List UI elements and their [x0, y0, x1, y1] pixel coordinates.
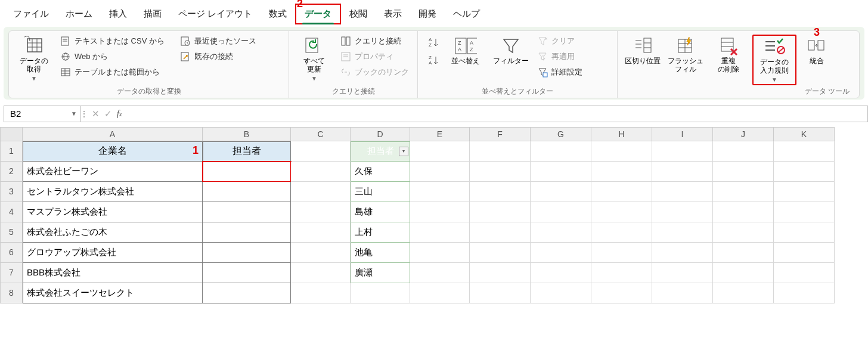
row-header[interactable]: 6	[0, 243, 23, 263]
cell-F7[interactable]	[470, 263, 531, 283]
flash-fill-button[interactable]: フラッシュ フィル	[666, 35, 705, 75]
name-box[interactable]: B2 ▼	[4, 106, 81, 122]
cell-D4[interactable]: 島雄	[351, 202, 410, 222]
cell-G8[interactable]	[531, 283, 591, 303]
cell-G1[interactable]	[531, 141, 591, 162]
cell-I2[interactable]	[652, 162, 713, 182]
select-all-corner[interactable]	[0, 127, 23, 141]
cell-B7[interactable]	[203, 263, 291, 283]
consolidate-button[interactable]: 統合	[801, 35, 832, 67]
tab-draw[interactable]: 描画	[135, 5, 170, 23]
enter-icon[interactable]: ✓	[104, 109, 112, 119]
cell-J6[interactable]	[713, 243, 774, 263]
cell-E3[interactable]	[410, 182, 470, 202]
cell-I8[interactable]	[652, 283, 713, 303]
column-header-K[interactable]: K	[774, 127, 835, 141]
column-header-J[interactable]: J	[713, 127, 774, 141]
cell-A1[interactable]: 企業名1	[23, 141, 203, 162]
clear-filter-button[interactable]: クリア	[535, 35, 585, 48]
cell-F1[interactable]	[470, 141, 531, 162]
cell-C8[interactable]	[291, 283, 351, 303]
cell-F8[interactable]	[470, 283, 531, 303]
filter-dropdown-icon[interactable]: ▾	[399, 147, 408, 156]
row-header[interactable]: 4	[0, 202, 23, 222]
cell-G5[interactable]	[531, 222, 591, 243]
column-header-A[interactable]: A	[23, 127, 203, 141]
cell-G4[interactable]	[531, 202, 591, 222]
column-header-B[interactable]: B	[203, 127, 291, 141]
book-link-button[interactable]: ブックのリンク	[338, 66, 411, 79]
cell-D5[interactable]: 上村	[351, 222, 410, 243]
column-header-I[interactable]: I	[652, 127, 713, 141]
column-header-E[interactable]: E	[410, 127, 470, 141]
cell-A3[interactable]: セントラルタウン株式会社	[23, 182, 203, 202]
cell-J5[interactable]	[713, 222, 774, 243]
sort-desc-button[interactable]: ZA	[424, 52, 439, 66]
cell-E4[interactable]	[410, 202, 470, 222]
formula-bar[interactable]	[126, 106, 868, 122]
cell-G7[interactable]	[531, 263, 591, 283]
recent-sources-button[interactable]: 最近使ったソース	[178, 35, 259, 48]
row-header[interactable]: 8	[0, 283, 23, 303]
cell-J8[interactable]	[713, 283, 774, 303]
data-validation-button[interactable]: データの 入力規則 ▼	[752, 35, 796, 85]
cell-A7[interactable]: BBB株式会社	[23, 263, 203, 283]
cell-H6[interactable]	[591, 243, 652, 263]
tab-dev[interactable]: 開発	[410, 5, 445, 23]
cell-H1[interactable]	[591, 141, 652, 162]
remove-duplicates-button[interactable]: 重複 の削除	[709, 35, 748, 75]
row-header[interactable]: 1	[0, 141, 23, 162]
cell-C2[interactable]	[291, 162, 351, 182]
cell-A2[interactable]: 株式会社ビーワン	[23, 162, 203, 182]
cell-F6[interactable]	[470, 243, 531, 263]
cell-C5[interactable]	[291, 222, 351, 243]
cell-H7[interactable]	[591, 263, 652, 283]
cell-B6[interactable]	[203, 243, 291, 263]
cell-D8[interactable]	[351, 283, 410, 303]
cell-K7[interactable]	[774, 263, 835, 283]
existing-conn-button[interactable]: 既存の接続	[178, 50, 259, 63]
cancel-icon[interactable]: ✕	[92, 109, 100, 119]
cell-E5[interactable]	[410, 222, 470, 243]
cell-C3[interactable]	[291, 182, 351, 202]
cell-K3[interactable]	[774, 182, 835, 202]
chevron-down-icon[interactable]: ▼	[71, 110, 77, 117]
cell-J7[interactable]	[713, 263, 774, 283]
cell-I1[interactable]	[652, 141, 713, 162]
cell-E2[interactable]	[410, 162, 470, 182]
cell-K2[interactable]	[774, 162, 835, 182]
cell-D6[interactable]: 池亀	[351, 243, 410, 263]
cell-B8[interactable]	[203, 283, 291, 303]
reapply-button[interactable]: 再適用	[535, 50, 585, 63]
from-web-button[interactable]: Web から	[58, 50, 167, 63]
row-header[interactable]: 7	[0, 263, 23, 283]
tab-help[interactable]: ヘルプ	[445, 5, 488, 23]
cell-F3[interactable]	[470, 182, 531, 202]
cell-G3[interactable]	[531, 182, 591, 202]
sort-asc-button[interactable]: AZ	[424, 35, 439, 48]
cell-E8[interactable]	[410, 283, 470, 303]
text-to-columns-button[interactable]: 区切り位置	[624, 35, 662, 67]
from-csv-button[interactable]: テキストまたは CSV から	[58, 35, 167, 48]
cell-F4[interactable]	[470, 202, 531, 222]
cell-I5[interactable]	[652, 222, 713, 243]
column-header-H[interactable]: H	[591, 127, 652, 141]
cell-F5[interactable]	[470, 222, 531, 243]
cell-F2[interactable]	[470, 162, 531, 182]
cell-D1[interactable]: 担当者▾	[351, 141, 410, 162]
cell-H3[interactable]	[591, 182, 652, 202]
advanced-filter-button[interactable]: 詳細設定	[535, 66, 585, 79]
row-header[interactable]: 2	[0, 162, 23, 182]
cell-H5[interactable]	[591, 222, 652, 243]
cell-H2[interactable]	[591, 162, 652, 182]
tab-home[interactable]: ホーム	[57, 5, 101, 23]
from-table-button[interactable]: テーブルまたは範囲から	[58, 66, 167, 79]
cell-D7[interactable]: 廣瀬	[351, 263, 410, 283]
cell-A6[interactable]: グロウアップ株式会社	[23, 243, 203, 263]
cell-J1[interactable]	[713, 141, 774, 162]
cell-I7[interactable]	[652, 263, 713, 283]
cell-E6[interactable]	[410, 243, 470, 263]
cell-K8[interactable]	[774, 283, 835, 303]
cell-C7[interactable]	[291, 263, 351, 283]
cell-J2[interactable]	[713, 162, 774, 182]
